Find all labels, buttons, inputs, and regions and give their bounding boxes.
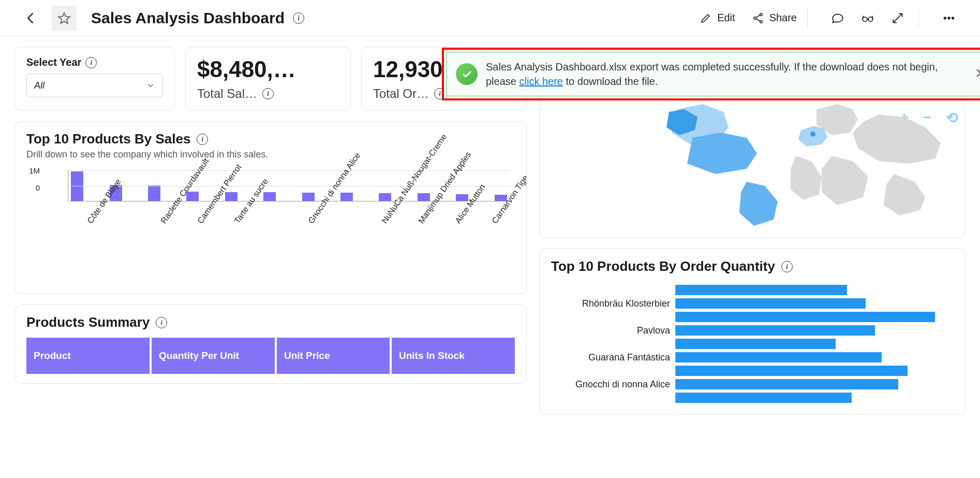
xlabel: Tarte au sucre	[232, 210, 247, 225]
card-title: Top 10 Products By Sales	[26, 131, 190, 147]
svg-point-6	[948, 17, 950, 19]
year-select[interactable]: All	[26, 74, 163, 97]
back-button[interactable]	[21, 8, 41, 28]
svg-point-0	[753, 17, 756, 19]
hbar[interactable]	[676, 379, 898, 389]
hbar[interactable]	[676, 325, 875, 336]
card-subtitle: Drill down to see the company which invo…	[26, 149, 515, 160]
info-icon[interactable]: i	[293, 12, 304, 24]
hlabel: Gnocchi di nonna Alice	[551, 379, 675, 390]
top-products-qty-card: Top 10 Products By Order Quantity i Rhön…	[539, 249, 966, 415]
xlabel: NuNuCa Nuß-Nougat-Creme	[380, 210, 395, 225]
xlabel: Raclette Courdavault	[159, 210, 174, 225]
xlabel: Alice Mutton	[453, 210, 468, 225]
kpi-total-sales: $8,480,… Total Sal… i	[185, 47, 351, 111]
ytick: 0	[19, 183, 40, 192]
glasses-button[interactable]	[857, 8, 878, 28]
hbar[interactable]	[676, 352, 882, 363]
filter-label: Select Year	[26, 56, 81, 68]
download-link[interactable]: click here	[519, 76, 563, 87]
hbar[interactable]	[676, 393, 852, 403]
page-title: Sales Analysis Dashboard	[91, 9, 285, 27]
share-button[interactable]: Share	[752, 12, 797, 24]
world-map-icon[interactable]	[656, 94, 946, 234]
kpi-label: Total Or…	[373, 86, 429, 101]
table-header[interactable]: Product	[26, 338, 150, 374]
notification-highlight: Sales Analysis Dashboard.xlsx export was…	[442, 48, 980, 100]
info-icon[interactable]: i	[197, 134, 208, 145]
notification-text: Sales Analysis Dashboard.xlsx export was…	[486, 60, 966, 89]
svg-point-2	[760, 20, 762, 23]
card-title: Products Summary	[26, 314, 150, 330]
bar[interactable]	[225, 192, 237, 201]
bar[interactable]	[263, 192, 276, 201]
fullscreen-button[interactable]	[887, 8, 908, 28]
year-value: All	[34, 80, 44, 91]
hlabel: Rhönbräu Klosterbier	[551, 298, 675, 309]
topbar: Sales Analysis Dashboard i Edit Share	[0, 0, 980, 36]
chevron-down-icon	[146, 81, 155, 90]
svg-point-7	[952, 17, 954, 19]
more-button[interactable]	[939, 8, 959, 28]
top-products-sales-card: Top 10 Products By Sales i Drill down to…	[14, 121, 527, 294]
hbar[interactable]	[676, 339, 836, 349]
products-summary-card: Products Summary i ProductQuantity Per U…	[14, 305, 527, 384]
info-icon[interactable]: i	[85, 57, 97, 68]
hlabel: Guaraná Fantástica	[551, 352, 675, 363]
info-icon[interactable]: i	[262, 88, 274, 99]
xlabel	[270, 210, 285, 225]
info-icon[interactable]: i	[156, 317, 167, 328]
edit-button[interactable]: Edit	[700, 12, 735, 24]
top-products-qty-chart[interactable]: Rhönbräu KlosterbierPavlovaGuaraná Fantá…	[551, 284, 954, 404]
hlabel: Pavlova	[551, 325, 675, 336]
hbar[interactable]	[676, 366, 908, 376]
filter-card: Select Year i All	[14, 47, 175, 111]
xlabel	[343, 210, 358, 225]
kpi-value: $8,480,…	[197, 56, 339, 82]
xlabel: Carnarvon Tige	[491, 210, 506, 225]
svg-point-5	[944, 17, 946, 19]
map-reset[interactable]: ⟲	[946, 109, 958, 126]
xlabel: Côte de Blaye	[85, 210, 100, 225]
export-notification: Sales Analysis Dashboard.xlsx export was…	[446, 52, 980, 96]
success-icon	[456, 63, 478, 85]
bar[interactable]	[340, 193, 353, 201]
xlabel: Gnocchi di nonna Alice	[306, 210, 321, 225]
share-label: Share	[769, 12, 797, 24]
card-title: Top 10 Products By Order Quantity	[551, 258, 775, 274]
table-header[interactable]: Quantity Per Unit	[152, 338, 275, 374]
bar[interactable]	[379, 193, 391, 201]
hbar[interactable]	[676, 298, 866, 309]
xlabel	[122, 210, 137, 225]
xlabel: Camembert Pierrot	[196, 210, 211, 225]
bar[interactable]	[302, 193, 315, 201]
xlabel: Manjimup Dried Apples	[417, 210, 432, 225]
bar[interactable]	[418, 193, 430, 201]
table-header[interactable]: Units In Stock	[392, 338, 515, 374]
bar[interactable]	[148, 185, 160, 201]
info-icon[interactable]: i	[781, 261, 793, 272]
svg-point-1	[760, 13, 762, 16]
ytick: 1M	[19, 166, 40, 175]
hbar[interactable]	[676, 285, 847, 295]
edit-label: Edit	[717, 12, 735, 24]
svg-point-8	[810, 132, 815, 137]
comment-button[interactable]	[827, 8, 848, 28]
kpi-label: Total Sal…	[197, 86, 257, 101]
table-header[interactable]: Unit Price	[277, 338, 390, 374]
favorite-button[interactable]	[52, 6, 77, 31]
top-products-sales-chart[interactable]: 1M 0 Côte de BlayeRaclette CourdavaultCa…	[26, 170, 515, 284]
hbar[interactable]	[676, 312, 935, 322]
close-button[interactable]	[974, 67, 980, 81]
